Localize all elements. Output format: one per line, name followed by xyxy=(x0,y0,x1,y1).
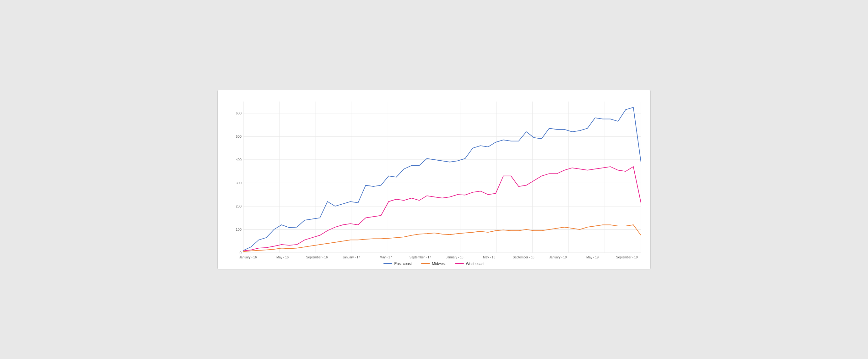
x-axis-label: May - 17 xyxy=(369,255,403,259)
legend-label: Midwest xyxy=(432,261,445,266)
main-svg: 0100200300400500600 xyxy=(231,99,644,254)
legend-color xyxy=(421,263,430,264)
x-axis-label: May - 19 xyxy=(575,255,610,259)
svg-text:300: 300 xyxy=(236,181,242,185)
legend-item: East coast xyxy=(383,261,412,266)
series-line-westCoast xyxy=(243,167,641,251)
legend-label: East coast xyxy=(394,261,412,266)
x-axis-label: May - 16 xyxy=(266,255,300,259)
x-axis-label: January - 19 xyxy=(541,255,575,259)
x-axis-label: September - 16 xyxy=(300,255,334,259)
svg-text:400: 400 xyxy=(236,158,242,162)
grid-and-lines: 0100200300400500600 xyxy=(231,99,644,254)
x-axis-label: January - 16 xyxy=(231,255,266,259)
x-axis-label: January - 17 xyxy=(334,255,369,259)
chart-area: 0100200300400500600 January - 16May - 16… xyxy=(224,99,644,259)
legend-item: Midwest xyxy=(421,261,445,266)
svg-text:0: 0 xyxy=(240,251,242,254)
y-axis-label xyxy=(224,99,229,259)
x-axis-label: September - 19 xyxy=(610,255,644,259)
x-axis-labels: January - 16May - 16September - 16Januar… xyxy=(231,254,644,259)
chart-inner: 0100200300400500600 January - 16May - 16… xyxy=(231,99,644,259)
x-axis-label: January - 18 xyxy=(437,255,472,259)
svg-text:100: 100 xyxy=(236,228,242,231)
legend: East coastMidwestWest coast xyxy=(224,261,644,266)
x-axis-label: September - 18 xyxy=(506,255,541,259)
x-axis-label: September - 17 xyxy=(403,255,437,259)
svg-text:600: 600 xyxy=(236,111,242,115)
legend-color xyxy=(455,263,464,264)
svg-text:500: 500 xyxy=(236,135,242,138)
legend-label: West coast xyxy=(466,261,484,266)
svg-text:200: 200 xyxy=(236,204,242,208)
series-line-midwest xyxy=(243,225,641,251)
chart-container: 0100200300400500600 January - 16May - 16… xyxy=(217,90,651,269)
legend-item: West coast xyxy=(455,261,484,266)
x-axis-label: May - 18 xyxy=(472,255,506,259)
legend-color xyxy=(383,263,392,264)
